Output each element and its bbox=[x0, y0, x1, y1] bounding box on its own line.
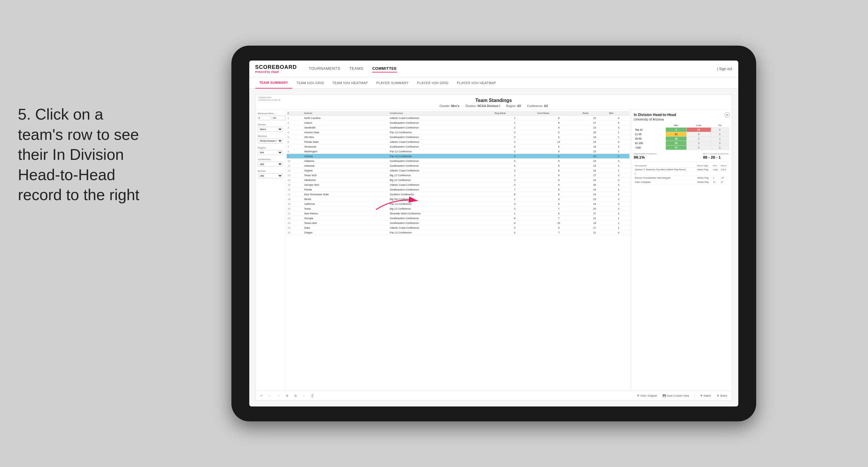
nav-item-tournaments[interactable]: TOURNAMENTS bbox=[309, 65, 341, 72]
top-nav: SCOREBOARD Powered by clippd TOURNAMENTS… bbox=[249, 61, 738, 77]
gender-filter-group: Gender Men's bbox=[258, 123, 283, 132]
h2h-row-26-50: 26-50 25 2 1 bbox=[634, 136, 729, 141]
h2h-title: In Division Head-to-Head bbox=[634, 113, 729, 117]
min-rou-input-2[interactable] bbox=[273, 116, 286, 120]
toolbar-watch[interactable]: 👁 Watch bbox=[698, 394, 713, 398]
tournament-col-pos: Pos bbox=[712, 164, 720, 167]
table-row[interactable]: 8 Washington Pac-12 Conference 2 8 23 1 bbox=[286, 149, 629, 154]
table-row[interactable]: 10 Alabama Southeastern Conference 5 8 2… bbox=[286, 159, 629, 163]
h2h-col-win: Win bbox=[666, 123, 686, 128]
division-filter: Division: NCAA Division I bbox=[465, 104, 500, 108]
table-row[interactable]: 16 Florida Southeastern Conference 7 9 2… bbox=[286, 187, 629, 192]
toolbar-undo[interactable]: ↩ bbox=[258, 394, 265, 398]
division-select[interactable]: NCAA Division I bbox=[258, 138, 283, 144]
dashboard-panel: Update time: 27/03/2024 16:56:26 Team St… bbox=[255, 95, 732, 401]
toolbar-remove[interactable]: ⊟ bbox=[292, 394, 299, 398]
toolbar-forward[interactable]: → bbox=[276, 394, 282, 398]
gender-filter: Gender: Men's bbox=[439, 104, 460, 108]
h2h-row-top10: Top 10 3 13 0 bbox=[634, 128, 729, 132]
table-row[interactable]: 15 Georgia Tech Atlantic Coast Conferenc… bbox=[286, 183, 629, 187]
update-time: Update time: 27/03/2024 16:56:26 bbox=[258, 96, 280, 101]
table-row[interactable]: 12 Virginia Atlantic Coast Conference 3 … bbox=[286, 168, 629, 173]
table-row[interactable]: 5 Ole Miss Southeastern Conference 3 6 1… bbox=[286, 135, 629, 139]
sub-nav-player-summary[interactable]: PLAYER SUMMARY bbox=[372, 77, 413, 89]
table-row[interactable]: 7 Tennessee Southeastern Conference 4 6 … bbox=[286, 144, 629, 149]
table-row[interactable]: 17 East Tennessee State Southern Confere… bbox=[286, 192, 629, 197]
table-row[interactable]: 14 Oklahoma Big 12 Conference 3 9 24 2 bbox=[286, 178, 629, 183]
table-row[interactable]: 13 Texas Tech Big 12 Conference 1 9 27 2 bbox=[286, 173, 629, 178]
conference-filter-group: Conference (All) bbox=[258, 158, 283, 167]
tournament-row-1: Jackson T. Stephens Cup Men's Match-Play… bbox=[634, 167, 729, 172]
table-row[interactable]: 19 California Pac-12 Conference 4 8 24 2 bbox=[286, 201, 629, 206]
conference-select[interactable]: (All) bbox=[258, 162, 283, 167]
sub-nav-player-h2h-heatmap[interactable]: PLAYER H2H HEATMAP bbox=[453, 77, 500, 89]
tournament-col-type: Event Type bbox=[696, 164, 712, 167]
logo-area: SCOREBOARD Powered by clippd bbox=[255, 64, 297, 73]
h2h-col-loss: Loss bbox=[686, 123, 711, 128]
table-row[interactable]: 2 Auburn Southeastern Conference 1 9 27 … bbox=[286, 121, 629, 125]
table-row[interactable]: 21 New Mexico Mountain West Conference 1… bbox=[286, 211, 629, 216]
min-rou-filter: Minimum Rou... bbox=[258, 112, 283, 120]
eye-icon: 👁 bbox=[637, 394, 640, 397]
logo-subtitle: Powered by clippd bbox=[255, 70, 297, 73]
h2h-stats: Opponents in division: 99.1% W-L-T recor… bbox=[634, 152, 729, 160]
sub-nav-player-h2h-grid[interactable]: PLAYER H2H GRID bbox=[413, 77, 453, 89]
panel-body: Minimum Rou... Gender Men's bbox=[255, 110, 732, 391]
h2h-table: Win Loss Tie Top 10 3 13 bbox=[634, 123, 729, 150]
table-row[interactable]: 24 Duke Atlantic Coast Conference 5 9 27… bbox=[286, 225, 629, 230]
col-win: Win bbox=[608, 111, 629, 116]
nav-item-teams[interactable]: TEAMS bbox=[349, 65, 363, 72]
table-row[interactable]: 22 Georgia Southeastern Conference 8 7 2… bbox=[286, 216, 629, 221]
main-content: Update time: 27/03/2024 16:56:26 Team St… bbox=[249, 89, 738, 406]
toolbar-save-custom[interactable]: 💾 Save Custom View bbox=[661, 394, 691, 398]
standings-table: # School Conference Reg Rank Conf Rank R… bbox=[286, 111, 629, 235]
sub-nav-team-h2h-grid[interactable]: TEAM H2H GRID bbox=[292, 77, 328, 89]
outer-wrapper: 5. Click on a team's row to see their In… bbox=[0, 0, 868, 467]
toolbar-view-original[interactable]: 👁 View: Original bbox=[635, 394, 658, 398]
toolbar-share[interactable]: ⬆ Share bbox=[715, 394, 729, 398]
region-select[interactable]: N/A bbox=[258, 150, 283, 155]
toolbar-more[interactable]: ··· bbox=[301, 394, 307, 398]
tournament-row-3: Cabo Collegiate Stroke Play 11 17 bbox=[634, 180, 729, 184]
table-row[interactable]: 11 Arkansas Southeastern Conference 6 8 … bbox=[286, 163, 629, 168]
col-rank: # bbox=[286, 111, 303, 116]
col-conf-rank: Conf Rank bbox=[536, 111, 582, 116]
toolbar-add[interactable]: ⊕ bbox=[284, 394, 290, 398]
standings-area: # School Conference Reg Rank Conf Rank R… bbox=[285, 110, 631, 391]
gender-select[interactable]: Men's bbox=[258, 127, 283, 132]
panel-filters: Gender: Men's Division: NCAA Division I … bbox=[260, 104, 727, 108]
min-rou-input-1[interactable] bbox=[258, 116, 271, 120]
table-row[interactable]: 25 Oregon Pac-12 Conference 5 7 21 0 bbox=[286, 230, 629, 235]
division-filter-group: Division NCAA Division I bbox=[258, 135, 283, 144]
col-rnds: Rnds bbox=[582, 111, 608, 116]
save-icon: 💾 bbox=[662, 394, 666, 397]
h2h-close-button[interactable]: ✕ bbox=[724, 112, 730, 118]
sub-nav: TEAM SUMMARY TEAM H2H GRID TEAM H2H HEAT… bbox=[249, 77, 738, 89]
table-row[interactable]: 4 Arizona State Pac-12 Conference 4 6 26… bbox=[286, 130, 629, 135]
table-row[interactable]: 3 Vanderbilt Southeastern Conference 2 8… bbox=[286, 125, 629, 130]
school-select[interactable]: (All) bbox=[258, 173, 283, 178]
tablet-screen: SCOREBOARD Powered by clippd TOURNAMENTS… bbox=[249, 61, 738, 406]
opponents-stat: Opponents in division: 99.1% bbox=[634, 152, 657, 160]
tournament-col-name: Tournament bbox=[634, 164, 696, 167]
toolbar-back[interactable]: ← bbox=[267, 394, 273, 398]
table-row[interactable]: 23 Texas A&M Southeastern Conference 9 1… bbox=[286, 221, 629, 225]
table-row[interactable]: 20 Texas Big 12 Conference 3 7 20 2 bbox=[286, 206, 629, 211]
record-stat: W-L-T record in-division: 86 - 26 - 1 bbox=[703, 152, 729, 160]
table-row[interactable]: 1 North Carolina Atlantic Coast Conferen… bbox=[286, 116, 629, 121]
table-row[interactable]: 18 Illinois Big Ten Conference 1 9 23 3 bbox=[286, 197, 629, 201]
toolbar-clock[interactable]: ⌚ bbox=[309, 394, 316, 398]
sub-nav-team-summary[interactable]: TEAM SUMMARY bbox=[255, 77, 292, 89]
bottom-toolbar: ↩ ← → ⊕ ⊟ ··· ⌚ 👁 View: Original bbox=[255, 391, 732, 400]
table-row[interactable]: 6 Florida State Atlantic Coast Conferenc… bbox=[286, 139, 629, 144]
h2h-col-tie: Tie bbox=[711, 123, 729, 128]
nav-sign-out[interactable]: | Sign out bbox=[717, 67, 732, 71]
nav-item-committee[interactable]: COMMITTEE bbox=[372, 65, 397, 72]
sub-nav-team-h2h-heatmap[interactable]: TEAM H2H HEATMAP bbox=[328, 77, 372, 89]
panel-title: Team Standings bbox=[260, 98, 727, 103]
table-header-row: # School Conference Reg Rank Conf Rank R… bbox=[286, 111, 629, 116]
table-row[interactable]: 9 Arizona Pac-12 Conference 3 5 23 2 bbox=[286, 154, 629, 159]
h2h-row-100plus: >100 27 0 0 bbox=[634, 146, 729, 150]
col-school: School bbox=[303, 111, 389, 116]
share-icon: ⬆ bbox=[717, 394, 719, 397]
